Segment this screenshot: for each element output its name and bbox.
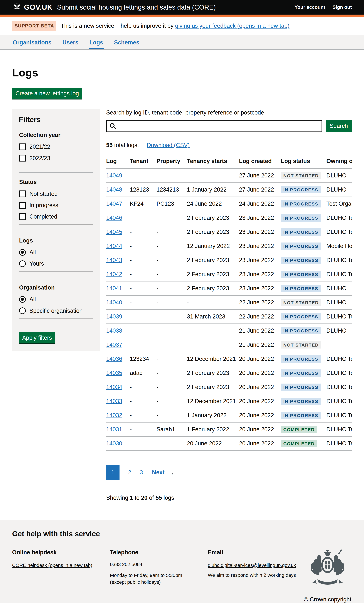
phase-banner-prefix: This is a new service – help us improve … (61, 23, 175, 29)
create-lettings-log-button[interactable]: Create a new lettings log (12, 88, 82, 99)
logs-table-wrapper: Log Tenant Property Tenancy starts Log c… (106, 157, 352, 451)
property-cell: - (156, 225, 187, 239)
column-header-property: Property (156, 157, 187, 168)
filter-legend: Organisation (19, 284, 93, 291)
log-id-link[interactable]: 14035 (106, 370, 122, 376)
log-status-cell: IN PROGRESS (281, 352, 326, 366)
pagination-page-3[interactable]: 3 (140, 469, 143, 476)
tenancy-starts-cell: 12 January 2022 (187, 239, 239, 253)
log-id-link[interactable]: 14044 (106, 243, 122, 249)
status-badge: IN PROGRESS (281, 200, 321, 208)
tenant-cell: - (130, 380, 156, 394)
radio-organisation-specific[interactable] (19, 307, 26, 314)
log-id-link[interactable]: 14049 (106, 172, 122, 179)
log-created-cell: 22 June 2022 (239, 310, 281, 324)
log-id-link[interactable]: 14033 (106, 398, 122, 404)
checkbox-2021-22[interactable] (19, 143, 26, 150)
tenant-cell: - (130, 394, 156, 408)
owning-org-cell: DLUHC Tes (326, 394, 352, 408)
phase-banner-text: This is a new service – help us improve … (61, 22, 289, 30)
radio-logs-yours[interactable] (19, 260, 26, 267)
table-row: 14047KF24PC12324 June 202224 June 2022IN… (106, 197, 352, 211)
checkbox-label[interactable]: Completed (29, 213, 57, 220)
log-id-link[interactable]: 14046 (106, 215, 122, 221)
owning-org-cell: DLUHC Tes (326, 422, 352, 437)
email-link[interactable]: dluhc.digital-services@levellingup.gov.u… (208, 563, 296, 568)
radio-label[interactable]: Yours (29, 260, 44, 267)
log-id-link[interactable]: 14047 (106, 200, 122, 207)
log-id-link[interactable]: 14039 (106, 313, 122, 320)
log-id-link[interactable]: 14041 (106, 285, 122, 291)
table-header-row: Log Tenant Property Tenancy starts Log c… (106, 157, 352, 168)
table-row: 14049---27 June 2022NOT STARTEDDLUHC (106, 169, 352, 183)
sign-out-link[interactable]: Sign out (332, 4, 352, 11)
tab-logs[interactable]: Logs (89, 35, 104, 49)
log-id-link[interactable]: 14045 (106, 229, 122, 235)
tab-schemes[interactable]: Schemes (113, 35, 140, 49)
checkbox-label[interactable]: In progress (29, 202, 58, 209)
radio-organisation-all[interactable] (19, 296, 26, 303)
property-cell: PC123 (156, 197, 187, 211)
email-title: Email (208, 549, 303, 556)
tab-users[interactable]: Users (62, 35, 79, 49)
status-badge: COMPLETED (281, 440, 317, 447)
feedback-link[interactable]: giving us your feedback (opens in a new … (175, 23, 289, 29)
log-status-cell: IN PROGRESS (281, 380, 326, 394)
log-id-link[interactable]: 14034 (106, 384, 122, 390)
tenant-cell: - (130, 267, 156, 281)
crown-copyright-link[interactable]: © Crown copyright (304, 596, 351, 603)
apply-filters-button[interactable]: Apply filters (19, 332, 55, 343)
your-account-link[interactable]: Your account (294, 4, 325, 11)
radio-label[interactable]: All (29, 296, 36, 303)
checkbox-completed[interactable] (19, 213, 26, 220)
log-id-link[interactable]: 14042 (106, 271, 122, 277)
owning-org-cell: Mobile Hou (326, 239, 352, 253)
log-id-link[interactable]: 14048 (106, 186, 122, 193)
core-helpdesk-link[interactable]: CORE helpdesk (opens in a new tab) (12, 563, 92, 568)
showing-summary: Showing 1 to 20 of 55 logs (106, 494, 352, 501)
owning-org-cell: Test Organi (326, 197, 352, 211)
search-button[interactable]: Search (326, 120, 352, 132)
log-id-link[interactable]: 14036 (106, 356, 122, 362)
owning-org-cell: DLUHC Tes (326, 380, 352, 394)
radio-logs-all[interactable] (19, 249, 26, 256)
footer-email: Email dluhc.digital-services@levellingup… (208, 549, 303, 581)
download-csv-link[interactable]: Download (CSV) (147, 141, 190, 149)
log-id-link[interactable]: 14032 (106, 412, 122, 418)
status-badge: COMPLETED (281, 426, 317, 433)
tab-organisations[interactable]: Organisations (12, 35, 52, 49)
log-id-link[interactable]: 14031 (106, 426, 122, 432)
checkbox-in-progress[interactable] (19, 202, 26, 209)
tenancy-starts-cell: 1 February 2022 (187, 422, 239, 437)
govuk-logo[interactable]: GOV.UK (12, 2, 52, 12)
log-id-link[interactable]: 14030 (106, 440, 122, 447)
pagination-next-link[interactable]: Next (152, 469, 164, 476)
search-label: Search by log ID, tenant code, property … (106, 109, 352, 116)
search-input[interactable] (106, 120, 322, 132)
checkbox-label[interactable]: Not started (29, 190, 58, 197)
tenant-cell: - (130, 310, 156, 324)
tenant-cell: - (130, 169, 156, 183)
pagination-page-1-current[interactable]: 1 (106, 465, 119, 480)
tenancy-starts-cell: - (187, 169, 239, 183)
log-status-cell: IN PROGRESS (281, 366, 326, 380)
log-id-link[interactable]: 14043 (106, 257, 122, 263)
log-id-link[interactable]: 14040 (106, 299, 122, 306)
tenant-cell: - (130, 253, 156, 267)
checkbox-not-started[interactable] (19, 190, 26, 197)
radio-label[interactable]: Specific organisation (29, 307, 83, 314)
log-id-link[interactable]: 14037 (106, 342, 122, 348)
status-badge: IN PROGRESS (281, 271, 321, 278)
telephone-hours-note: (except public holidays) (110, 579, 208, 585)
showing-to: 20 (141, 495, 147, 501)
log-created-cell: 24 June 2022 (239, 197, 281, 211)
radio-label[interactable]: All (29, 249, 36, 256)
service-name[interactable]: Submit social housing lettings and sales… (57, 3, 216, 12)
filters-panel: Filters Collection year 2021/22 2022/23 … (12, 109, 100, 351)
log-id-link[interactable]: 14038 (106, 327, 122, 334)
pagination-page-2[interactable]: 2 (128, 469, 131, 476)
checkbox-2022-23[interactable] (19, 155, 26, 162)
checkbox-label[interactable]: 2021/22 (29, 143, 50, 151)
log-created-cell: 20 June 2022 (239, 408, 281, 422)
checkbox-label[interactable]: 2022/23 (29, 154, 50, 162)
